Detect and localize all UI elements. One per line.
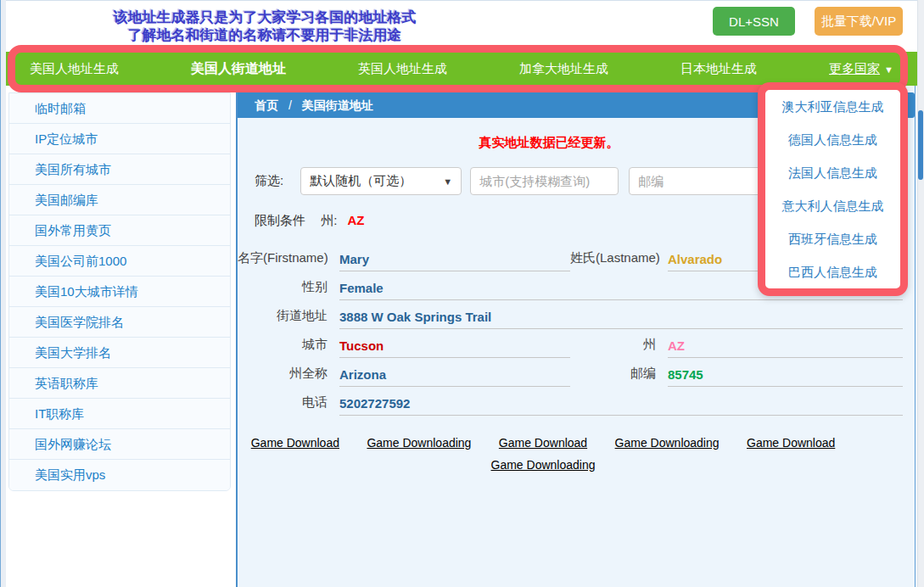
sidebar-item-it-job-titles[interactable]: IT职称库 [9, 399, 230, 429]
filter-row: 筛选: 默认随机（可选） ▼ [255, 167, 779, 195]
nav-item-japan-address[interactable]: 日本地址生成 [680, 61, 757, 77]
sidebar-item-ip-city[interactable]: IP定位城市 [9, 124, 230, 154]
sidebar: 临时邮箱 IP定位城市 美国所有城市 美国邮编库 国外常用黄页 美国公司前100… [6, 86, 236, 587]
sidebar-item-university-ranking[interactable]: 美国大学排名 [9, 338, 230, 368]
phone-label: 电话 [238, 394, 339, 416]
phone-value: 5202727592 [339, 396, 903, 416]
more-countries-dropdown: 澳大利亚信息生成 德国人信息生成 法国人信息生成 意大利人信息生成 西班牙信息生… [758, 82, 908, 296]
header: 该地址生成器只是为了大家学习各国的地址格式 了解地名和街道的名称请不要用于非法用… [6, 1, 917, 52]
state-full-group: 州全称 Arizona [238, 366, 570, 387]
game-download-link[interactable]: Game Download [499, 436, 587, 450]
game-links: Game Download Game Downloading Game Down… [238, 432, 848, 476]
restrict-field-label: 州: [321, 213, 337, 227]
form-row-city-state: 城市 Tucson 州 AZ [238, 329, 915, 358]
sidebar-item-english-job-titles[interactable]: 英语职称库 [9, 368, 230, 399]
street-value: 3888 W Oak Springs Trail [339, 310, 903, 329]
city-value: Tucson [339, 338, 570, 358]
game-download-link[interactable]: Game Download [747, 436, 835, 450]
site-disclaimer: 该地址生成器只是为了大家学习各国的地址格式 了解地名和街道的名称请不要用于非法用… [48, 8, 481, 44]
firstname-value: Mary [339, 252, 570, 271]
filter-label: 筛选: [255, 173, 283, 189]
caret-down-icon: ▼ [884, 64, 893, 75]
game-download-link[interactable]: Game Download [251, 436, 339, 450]
breadcrumb-home[interactable]: 首页 [255, 98, 278, 112]
random-mode-selected-value: 默认随机（可选） [310, 173, 412, 189]
zip-input[interactable] [629, 167, 769, 195]
sidebar-item-us-zipcodes[interactable]: 美国邮编库 [9, 185, 230, 215]
dl-ssn-button[interactable]: DL+SSN [713, 7, 795, 36]
game-links-row-2: Game Downloading [238, 454, 848, 476]
restrict-row: 限制条件 州: AZ [255, 213, 365, 229]
sidebar-item-us-vps[interactable]: 美国实用vps [9, 460, 230, 490]
sidebar-item-overseas-forums[interactable]: 国外网赚论坛 [9, 429, 230, 460]
batch-download-vip-button[interactable]: 批量下载/VIP [815, 7, 903, 36]
dropdown-item-australia[interactable]: 澳大利亚信息生成 [765, 90, 900, 123]
city-group: 城市 Tucson [238, 337, 570, 358]
nav-item-canada-address[interactable]: 加拿大地址生成 [519, 61, 608, 77]
more-countries-label: 更多国家 [829, 61, 880, 75]
sidebar-item-top1000-companies[interactable]: 美国公司前1000 [9, 246, 230, 277]
dropdown-item-brazil[interactable]: 巴西人信息生成 [765, 255, 900, 288]
firstname-label: 名字(Firstname) [238, 250, 339, 271]
form-row-phone: 电话 5202727592 [238, 387, 915, 416]
game-downloading-link[interactable]: Game Downloading [615, 436, 720, 450]
page-left-edge [0, 0, 1, 587]
city-label: 城市 [238, 337, 339, 358]
sidebar-item-medical-school-ranking[interactable]: 美国医学院排名 [9, 307, 230, 338]
state-value: AZ [668, 338, 903, 358]
state-full-label: 州全称 [238, 366, 339, 387]
gender-label: 性别 [238, 279, 339, 300]
scrollbar-track[interactable] [917, 0, 924, 587]
game-downloading-link[interactable]: Game Downloading [491, 458, 596, 472]
restrict-label: 限制条件 [255, 213, 305, 227]
restrict-state-value: AZ [348, 213, 365, 227]
dropdown-item-italy[interactable]: 意大利人信息生成 [765, 189, 900, 222]
lastname-label: 姓氏(Lastname) [570, 250, 668, 271]
sidebar-item-yellow-pages[interactable]: 国外常用黄页 [9, 215, 230, 246]
dropdown-item-germany[interactable]: 德国人信息生成 [765, 123, 900, 156]
state-group: 州 AZ [570, 337, 903, 358]
zip-value: 85745 [668, 367, 903, 387]
disclaimer-line-2: 了解地名和街道的名称请不要用于非法用途 [48, 26, 481, 44]
nav-item-uk-address[interactable]: 英国人地址生成 [358, 61, 447, 77]
random-mode-select[interactable]: 默认随机（可选） ▼ [300, 167, 462, 195]
main-navbar: 美国人地址生成 美国人街道地址 英国人地址生成 加拿大地址生成 日本地址生成 更… [6, 52, 917, 86]
firstname-group: 名字(Firstname) Mary [238, 250, 570, 271]
sidebar-item-all-us-cities[interactable]: 美国所有城市 [9, 154, 230, 185]
nav-item-more-countries[interactable]: 更多国家▼ [829, 61, 893, 77]
chevron-down-icon: ▼ [443, 176, 452, 187]
street-label: 街道地址 [238, 308, 339, 329]
breadcrumb-current: 美国街道地址 [302, 98, 373, 112]
form-row-statefull-zip: 州全称 Arizona 邮编 85745 [238, 358, 915, 387]
game-downloading-link[interactable]: Game Downloading [367, 436, 471, 450]
sidebar-item-temp-email[interactable]: 临时邮箱 [9, 93, 230, 124]
game-links-row-1: Game Download Game Downloading Game Down… [238, 432, 848, 454]
scrollbar-thumb[interactable] [918, 110, 923, 180]
disclaimer-line-1: 该地址生成器只是为了大家学习各国的地址格式 [48, 8, 481, 26]
zip-group: 邮编 85745 [570, 366, 903, 387]
sidebar-item-top10-cities[interactable]: 美国10大城市详情 [9, 277, 230, 307]
state-full-value: Arizona [339, 367, 570, 387]
zip-label: 邮编 [570, 366, 668, 387]
dropdown-item-france[interactable]: 法国人信息生成 [765, 156, 900, 189]
dropdown-item-spain[interactable]: 西班牙信息生成 [765, 222, 900, 255]
sidebar-menu: 临时邮箱 IP定位城市 美国所有城市 美国邮编库 国外常用黄页 美国公司前100… [8, 92, 231, 491]
state-label: 州 [570, 337, 668, 358]
form-row-street: 街道地址 3888 W Oak Springs Trail [238, 300, 915, 329]
city-search-input[interactable] [470, 167, 619, 195]
nav-item-us-address[interactable]: 美国人地址生成 [30, 61, 119, 77]
nav-item-us-street-address[interactable]: 美国人街道地址 [191, 60, 286, 78]
breadcrumb-separator: / [288, 98, 292, 112]
